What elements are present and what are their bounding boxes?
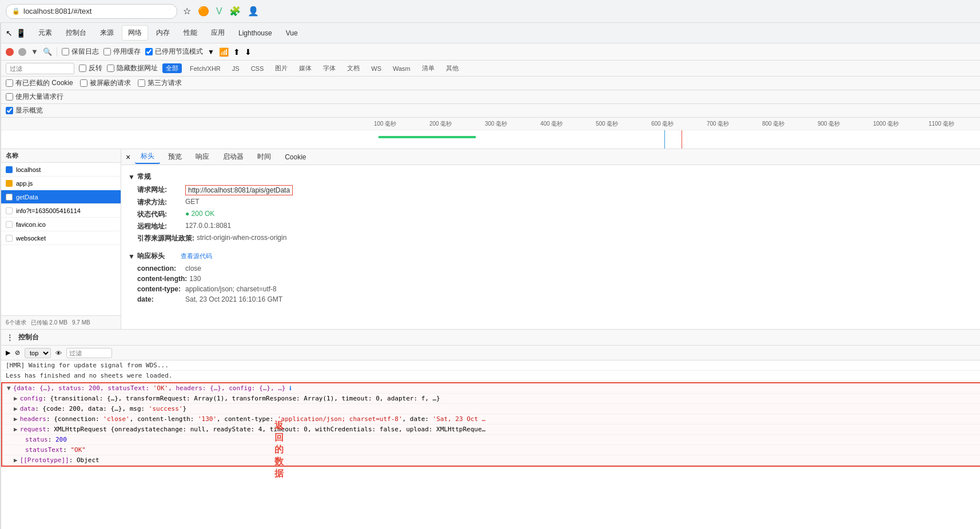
disable-cache-checkbox[interactable]: 停用缓存 — [103, 47, 141, 57]
export-icon[interactable]: ⬇ — [245, 47, 252, 57]
console-obj-line4[interactable]: ▶ headers: {connection: 'close', content… — [2, 414, 980, 424]
hide-data-urls-checkbox[interactable]: 隐藏数据网址 — [107, 63, 158, 73]
request-item-websocket[interactable]: websocket — [1, 231, 121, 245]
profile-icon[interactable]: 👤 — [248, 6, 259, 17]
third-party-checkbox[interactable]: 第三方请求 — [138, 78, 182, 88]
console-play-icon[interactable]: ▶ — [6, 349, 10, 356]
request-item-favicon[interactable]: favicon.ico — [1, 218, 121, 231]
filter-doc[interactable]: 文档 — [344, 63, 363, 73]
hide-data-urls-input[interactable] — [107, 65, 114, 72]
tab-elements[interactable]: 元素 — [33, 26, 58, 40]
request-item-info[interactable]: info?t=1635005416114 — [1, 204, 121, 218]
console-obj-line1[interactable]: ▼ {data: {…}, status: 200, statusText: '… — [2, 383, 980, 394]
third-party-input[interactable] — [138, 79, 145, 87]
console-line-hmr: [HMR] Waiting for update signal from WDS… — [1, 360, 980, 371]
console-obj-line8[interactable]: ▶ [[Prototype]]: Object — [2, 455, 980, 466]
detail-close-button[interactable]: × — [126, 153, 130, 162]
request-item-getdata[interactable]: getData — [1, 190, 121, 204]
filter-manifest[interactable]: 清单 — [419, 63, 438, 73]
tab-sources[interactable]: 来源 — [94, 26, 119, 40]
disable-streaming-checkbox[interactable]: 已停用节流模式 — [145, 47, 203, 57]
tab-performance[interactable]: 性能 — [178, 26, 203, 40]
tab-lighthouse[interactable]: Lighthouse — [233, 27, 278, 39]
reverse-checkbox[interactable]: 反转 — [79, 63, 102, 73]
console-obj-line2[interactable]: ▶ config: {transitional: {…}, transformR… — [2, 394, 980, 404]
filter-font[interactable]: 字体 — [320, 63, 339, 73]
obj-expand-icon-8[interactable]: ▶ — [14, 456, 18, 464]
disable-streaming-input[interactable] — [145, 48, 153, 55]
filter-all[interactable]: 全部 — [162, 63, 182, 73]
filter-media[interactable]: 媒体 — [296, 63, 315, 73]
puzzle-icon[interactable]: 🧩 — [229, 6, 241, 17]
vue-icon[interactable]: V — [216, 6, 222, 17]
wifi-icon[interactable]: 📶 — [219, 47, 229, 57]
general-section-title[interactable]: ▼ 常规 — [128, 170, 980, 184]
request-item-localhost[interactable]: localhost — [1, 163, 121, 177]
obj-expand-icon-4[interactable]: ▶ — [14, 415, 18, 423]
content-type-key: content-type: — [137, 285, 183, 293]
console-obj-line5[interactable]: ▶ request: XMLHttpRequest {onreadystatec… — [2, 424, 980, 435]
star-icon[interactable]: ☆ — [183, 6, 191, 17]
preserve-log-checkbox[interactable]: 保留日志 — [62, 47, 99, 57]
request-url-value[interactable]: http://localhost:8081/apis/getData — [185, 185, 293, 195]
tab-memory[interactable]: 内存 — [150, 26, 176, 40]
filter-fetch-xhr[interactable]: Fetch/XHR — [186, 65, 224, 73]
show-overview-checkbox[interactable]: 显示概览 — [6, 106, 43, 115]
tab-network[interactable]: 网络 — [122, 25, 148, 41]
blocked-requests-input[interactable] — [80, 79, 87, 87]
cursor-icon[interactable]: ↖ — [6, 29, 13, 38]
throttle-dropdown[interactable]: ▼ — [208, 48, 214, 56]
detail-tab-initiator[interactable]: 启动器 — [217, 150, 249, 163]
blocked-cookies-checkbox[interactable]: 有已拦截的 Cookie — [6, 78, 73, 88]
detail-tab-timing[interactable]: 时间 — [252, 150, 277, 163]
obj-text-1: {data: {…}, status: 200, statusText: 'OK… — [13, 384, 980, 392]
filter-img[interactable]: 图片 — [272, 63, 291, 73]
tick-100: 100 毫秒 — [372, 120, 427, 128]
large-requests-input[interactable] — [6, 93, 13, 101]
obj-text-7: statusText: "OK" — [25, 446, 980, 454]
obj-expand-icon-3[interactable]: ▶ — [14, 405, 18, 412]
disable-cache-input[interactable] — [103, 48, 111, 55]
console-top-select[interactable]: top — [25, 348, 51, 358]
request-name-appjs: app.js — [16, 180, 33, 187]
detail-tab-response[interactable]: 响应 — [190, 150, 215, 163]
large-requests-checkbox[interactable]: 使用大量请求行 — [6, 92, 63, 102]
filter-other[interactable]: 其他 — [443, 63, 462, 73]
filter-js[interactable]: JS — [229, 65, 243, 73]
extension-icon[interactable]: 🟠 — [198, 6, 209, 17]
obj-expand-icon-1[interactable]: ▼ — [7, 384, 11, 392]
tab-console[interactable]: 控制台 — [60, 26, 92, 40]
tab-application[interactable]: 应用 — [205, 26, 230, 40]
detail-tab-headers[interactable]: 标头 — [135, 150, 160, 164]
import-icon[interactable]: ⬆ — [233, 47, 240, 57]
device-icon[interactable]: 📱 — [16, 29, 26, 38]
tab-vue[interactable]: Vue — [280, 27, 304, 39]
blocked-requests-checkbox[interactable]: 被屏蔽的请求 — [80, 78, 131, 88]
preserve-log-input[interactable] — [62, 48, 69, 55]
status-code-key: 状态代码: — [137, 210, 183, 219]
blocked-cookies-input[interactable] — [6, 79, 13, 87]
response-headers-section-title[interactable]: ▼ 响应标头 查看源代码 — [128, 249, 980, 263]
console-filter-input[interactable] — [66, 348, 112, 358]
request-item-appjs[interactable]: app.js — [1, 177, 121, 190]
obj-expand-icon-5[interactable]: ▶ — [14, 426, 18, 433]
detail-tab-preview[interactable]: 预览 — [162, 150, 188, 163]
obj-expand-icon-2[interactable]: ▶ — [14, 395, 18, 402]
filter-css[interactable]: CSS — [248, 65, 268, 73]
record-button[interactable] — [6, 48, 14, 56]
filter-input[interactable] — [6, 63, 74, 74]
reverse-input[interactable] — [79, 65, 86, 72]
detail-panel: × 标头 预览 响应 启动器 时间 Cookie ▼ 常规 — [121, 149, 980, 329]
view-source-link[interactable]: 查看源代码 — [181, 252, 212, 261]
search-icon[interactable]: 🔍 — [43, 47, 52, 56]
filter-wasm[interactable]: Wasm — [389, 65, 414, 73]
console-eye-icon[interactable]: 👁 — [55, 350, 62, 356]
browser-url-bar[interactable]: 🔒 localhost:8081/#/text — [6, 4, 177, 19]
filter-icon[interactable]: ▼ — [31, 47, 38, 56]
clear-button[interactable] — [18, 48, 26, 56]
filter-ws[interactable]: WS — [368, 65, 385, 73]
console-no-entry-icon[interactable]: ⊘ — [15, 349, 20, 356]
detail-tab-cookie[interactable]: Cookie — [279, 151, 312, 163]
console-obj-line3[interactable]: ▶ data: {code: 200, data: {…}, msg: 'suc… — [2, 404, 980, 414]
show-overview-input[interactable] — [6, 107, 13, 114]
